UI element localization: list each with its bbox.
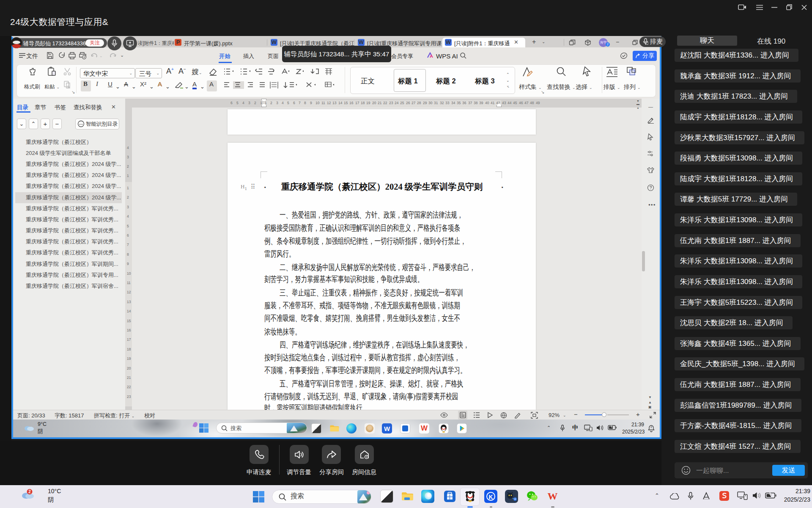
svg-text:Z: Z — [650, 426, 652, 428]
svg-text:2: 2 — [28, 489, 31, 494]
